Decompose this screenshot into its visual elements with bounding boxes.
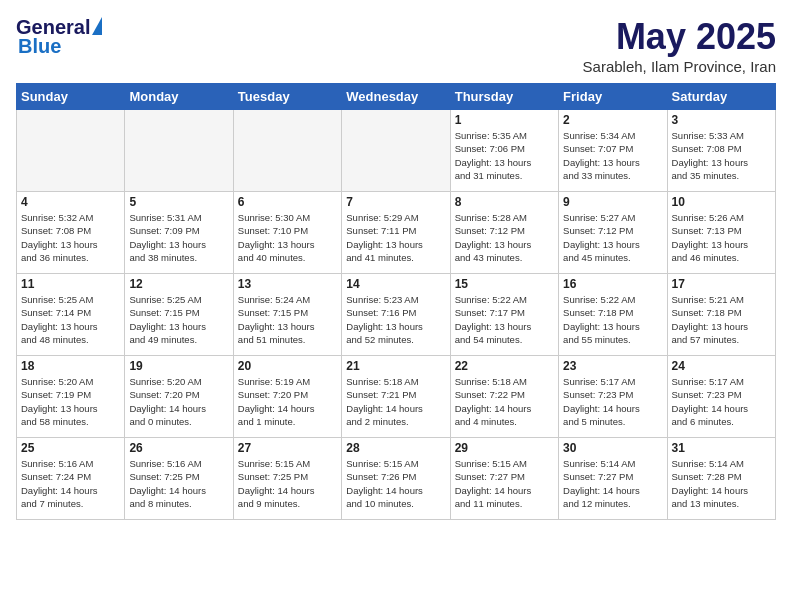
calendar-day-cell: 10Sunrise: 5:26 AM Sunset: 7:13 PM Dayli… [667, 192, 775, 274]
day-number: 5 [129, 195, 228, 209]
day-number: 22 [455, 359, 554, 373]
calendar-day-cell: 5Sunrise: 5:31 AM Sunset: 7:09 PM Daylig… [125, 192, 233, 274]
calendar-table: SundayMondayTuesdayWednesdayThursdayFrid… [16, 83, 776, 520]
day-info: Sunrise: 5:32 AM Sunset: 7:08 PM Dayligh… [21, 211, 120, 264]
day-info: Sunrise: 5:18 AM Sunset: 7:22 PM Dayligh… [455, 375, 554, 428]
calendar-day-cell: 9Sunrise: 5:27 AM Sunset: 7:12 PM Daylig… [559, 192, 667, 274]
calendar-day-cell: 17Sunrise: 5:21 AM Sunset: 7:18 PM Dayli… [667, 274, 775, 356]
calendar-day-cell [17, 110, 125, 192]
day-info: Sunrise: 5:17 AM Sunset: 7:23 PM Dayligh… [563, 375, 662, 428]
day-info: Sunrise: 5:35 AM Sunset: 7:06 PM Dayligh… [455, 129, 554, 182]
page-header: General Blue May 2025 Sarableh, Ilam Pro… [16, 16, 776, 75]
day-info: Sunrise: 5:25 AM Sunset: 7:14 PM Dayligh… [21, 293, 120, 346]
calendar-day-cell: 31Sunrise: 5:14 AM Sunset: 7:28 PM Dayli… [667, 438, 775, 520]
calendar-day-cell: 20Sunrise: 5:19 AM Sunset: 7:20 PM Dayli… [233, 356, 341, 438]
day-number: 2 [563, 113, 662, 127]
calendar-weekday-saturday: Saturday [667, 84, 775, 110]
day-info: Sunrise: 5:34 AM Sunset: 7:07 PM Dayligh… [563, 129, 662, 182]
calendar-day-cell: 1Sunrise: 5:35 AM Sunset: 7:06 PM Daylig… [450, 110, 558, 192]
day-info: Sunrise: 5:19 AM Sunset: 7:20 PM Dayligh… [238, 375, 337, 428]
day-info: Sunrise: 5:15 AM Sunset: 7:26 PM Dayligh… [346, 457, 445, 510]
day-info: Sunrise: 5:22 AM Sunset: 7:18 PM Dayligh… [563, 293, 662, 346]
calendar-weekday-thursday: Thursday [450, 84, 558, 110]
calendar-day-cell [233, 110, 341, 192]
day-info: Sunrise: 5:23 AM Sunset: 7:16 PM Dayligh… [346, 293, 445, 346]
calendar-day-cell: 29Sunrise: 5:15 AM Sunset: 7:27 PM Dayli… [450, 438, 558, 520]
calendar-week-row: 1Sunrise: 5:35 AM Sunset: 7:06 PM Daylig… [17, 110, 776, 192]
calendar-day-cell: 4Sunrise: 5:32 AM Sunset: 7:08 PM Daylig… [17, 192, 125, 274]
calendar-day-cell: 7Sunrise: 5:29 AM Sunset: 7:11 PM Daylig… [342, 192, 450, 274]
calendar-day-cell: 26Sunrise: 5:16 AM Sunset: 7:25 PM Dayli… [125, 438, 233, 520]
day-number: 28 [346, 441, 445, 455]
calendar-day-cell: 27Sunrise: 5:15 AM Sunset: 7:25 PM Dayli… [233, 438, 341, 520]
calendar-day-cell: 6Sunrise: 5:30 AM Sunset: 7:10 PM Daylig… [233, 192, 341, 274]
day-number: 18 [21, 359, 120, 373]
calendar-day-cell: 28Sunrise: 5:15 AM Sunset: 7:26 PM Dayli… [342, 438, 450, 520]
day-number: 8 [455, 195, 554, 209]
day-number: 14 [346, 277, 445, 291]
day-info: Sunrise: 5:14 AM Sunset: 7:28 PM Dayligh… [672, 457, 771, 510]
day-number: 20 [238, 359, 337, 373]
day-info: Sunrise: 5:17 AM Sunset: 7:23 PM Dayligh… [672, 375, 771, 428]
day-info: Sunrise: 5:33 AM Sunset: 7:08 PM Dayligh… [672, 129, 771, 182]
calendar-week-row: 18Sunrise: 5:20 AM Sunset: 7:19 PM Dayli… [17, 356, 776, 438]
day-number: 13 [238, 277, 337, 291]
logo-blue: Blue [18, 35, 61, 58]
calendar-weekday-tuesday: Tuesday [233, 84, 341, 110]
day-number: 30 [563, 441, 662, 455]
calendar-week-row: 11Sunrise: 5:25 AM Sunset: 7:14 PM Dayli… [17, 274, 776, 356]
title-block: May 2025 Sarableh, Ilam Province, Iran [583, 16, 776, 75]
calendar-day-cell: 24Sunrise: 5:17 AM Sunset: 7:23 PM Dayli… [667, 356, 775, 438]
calendar-day-cell: 13Sunrise: 5:24 AM Sunset: 7:15 PM Dayli… [233, 274, 341, 356]
day-number: 26 [129, 441, 228, 455]
calendar-day-cell: 19Sunrise: 5:20 AM Sunset: 7:20 PM Dayli… [125, 356, 233, 438]
day-number: 27 [238, 441, 337, 455]
calendar-weekday-monday: Monday [125, 84, 233, 110]
calendar-day-cell: 16Sunrise: 5:22 AM Sunset: 7:18 PM Dayli… [559, 274, 667, 356]
day-info: Sunrise: 5:28 AM Sunset: 7:12 PM Dayligh… [455, 211, 554, 264]
day-number: 17 [672, 277, 771, 291]
day-number: 15 [455, 277, 554, 291]
day-number: 12 [129, 277, 228, 291]
day-number: 3 [672, 113, 771, 127]
day-number: 4 [21, 195, 120, 209]
day-number: 29 [455, 441, 554, 455]
calendar-day-cell: 21Sunrise: 5:18 AM Sunset: 7:21 PM Dayli… [342, 356, 450, 438]
day-info: Sunrise: 5:29 AM Sunset: 7:11 PM Dayligh… [346, 211, 445, 264]
day-number: 24 [672, 359, 771, 373]
logo: General Blue [16, 16, 102, 58]
day-number: 9 [563, 195, 662, 209]
day-info: Sunrise: 5:21 AM Sunset: 7:18 PM Dayligh… [672, 293, 771, 346]
day-info: Sunrise: 5:15 AM Sunset: 7:27 PM Dayligh… [455, 457, 554, 510]
day-number: 10 [672, 195, 771, 209]
day-info: Sunrise: 5:31 AM Sunset: 7:09 PM Dayligh… [129, 211, 228, 264]
day-info: Sunrise: 5:25 AM Sunset: 7:15 PM Dayligh… [129, 293, 228, 346]
day-info: Sunrise: 5:22 AM Sunset: 7:17 PM Dayligh… [455, 293, 554, 346]
calendar-weekday-wednesday: Wednesday [342, 84, 450, 110]
logo-triangle-icon [92, 17, 102, 35]
day-info: Sunrise: 5:27 AM Sunset: 7:12 PM Dayligh… [563, 211, 662, 264]
calendar-day-cell: 23Sunrise: 5:17 AM Sunset: 7:23 PM Dayli… [559, 356, 667, 438]
day-number: 31 [672, 441, 771, 455]
day-number: 7 [346, 195, 445, 209]
day-info: Sunrise: 5:14 AM Sunset: 7:27 PM Dayligh… [563, 457, 662, 510]
day-number: 21 [346, 359, 445, 373]
day-info: Sunrise: 5:24 AM Sunset: 7:15 PM Dayligh… [238, 293, 337, 346]
day-info: Sunrise: 5:15 AM Sunset: 7:25 PM Dayligh… [238, 457, 337, 510]
day-info: Sunrise: 5:30 AM Sunset: 7:10 PM Dayligh… [238, 211, 337, 264]
calendar-day-cell: 18Sunrise: 5:20 AM Sunset: 7:19 PM Dayli… [17, 356, 125, 438]
calendar-week-row: 4Sunrise: 5:32 AM Sunset: 7:08 PM Daylig… [17, 192, 776, 274]
calendar-weekday-friday: Friday [559, 84, 667, 110]
day-number: 11 [21, 277, 120, 291]
calendar-day-cell: 3Sunrise: 5:33 AM Sunset: 7:08 PM Daylig… [667, 110, 775, 192]
calendar-day-cell: 30Sunrise: 5:14 AM Sunset: 7:27 PM Dayli… [559, 438, 667, 520]
calendar-day-cell: 8Sunrise: 5:28 AM Sunset: 7:12 PM Daylig… [450, 192, 558, 274]
calendar-day-cell: 22Sunrise: 5:18 AM Sunset: 7:22 PM Dayli… [450, 356, 558, 438]
day-number: 16 [563, 277, 662, 291]
location: Sarableh, Ilam Province, Iran [583, 58, 776, 75]
day-number: 1 [455, 113, 554, 127]
day-info: Sunrise: 5:26 AM Sunset: 7:13 PM Dayligh… [672, 211, 771, 264]
month-title: May 2025 [583, 16, 776, 58]
calendar-header-row: SundayMondayTuesdayWednesdayThursdayFrid… [17, 84, 776, 110]
calendar-day-cell [342, 110, 450, 192]
